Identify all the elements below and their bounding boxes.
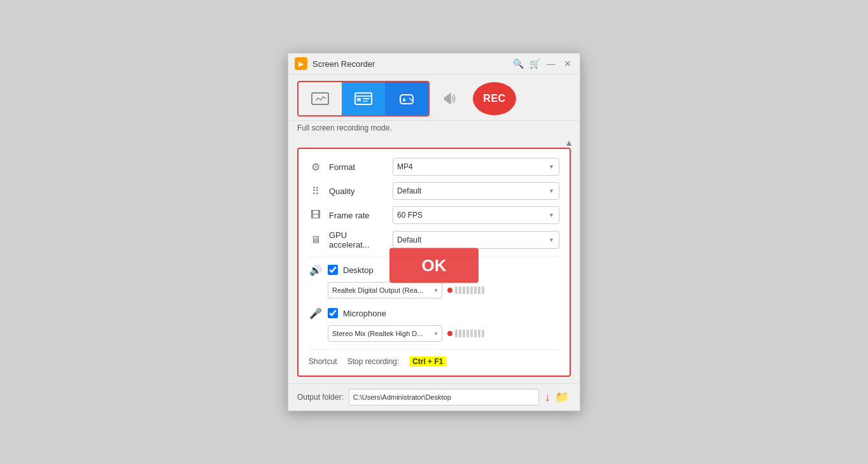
fullscreen-mode-button[interactable]	[342, 82, 385, 115]
format-select[interactable]: MP4 AVI MOV	[393, 158, 559, 176]
output-label: Output folder:	[297, 393, 344, 402]
mic-bar-7	[478, 330, 480, 337]
mode-description: Full screen recording mode.	[288, 121, 580, 137]
svg-rect-4	[363, 98, 370, 99]
mic-bar-2	[459, 330, 461, 337]
cart-icon[interactable]: 🛒	[529, 58, 540, 69]
output-bar: Output folder: ↓ 📁	[288, 383, 580, 411]
window-title: Screen Recorder	[312, 59, 507, 69]
output-arrow-icon: ↓	[545, 391, 550, 404]
vol-bar-7	[478, 286, 480, 294]
vol-bar-1	[455, 286, 458, 294]
mic-bar-5	[470, 330, 473, 337]
gpu-select[interactable]: Default NVIDIA AMD	[393, 231, 559, 249]
desktop-device-select-wrapper: Realtek Digital Output (Rea...	[328, 282, 442, 299]
custom-mode-button[interactable]	[298, 82, 342, 115]
svg-rect-5	[363, 101, 368, 102]
vol-bar-2	[459, 286, 461, 294]
desktop-device-select[interactable]: Realtek Digital Output (Rea...	[328, 282, 442, 299]
close-button[interactable]: ✕	[562, 58, 573, 69]
search-icon[interactable]: 🔍	[512, 58, 524, 69]
mic-bar-6	[474, 330, 477, 337]
microphone-device-select[interactable]: Stereo Mix (Realtek High D...	[328, 325, 442, 342]
desktop-audio-icon: 🔊	[309, 263, 323, 277]
framerate-select[interactable]: 60 FPS 30 FPS 24 FPS	[393, 206, 559, 224]
microphone-checkbox[interactable]	[328, 308, 338, 318]
vol-bar-5	[470, 286, 473, 294]
desktop-vol-bars	[455, 286, 484, 294]
output-path-wrapper: ↓	[349, 389, 539, 405]
shortcut-row: Shortcut Stop recording: Ctrl + F1	[309, 356, 559, 367]
gpu-select-wrapper: Default NVIDIA AMD	[393, 231, 559, 249]
svg-rect-0	[312, 93, 328, 104]
desktop-volume-indicator	[447, 286, 484, 294]
desktop-vol-dot	[447, 288, 452, 293]
app-icon: ▶	[295, 57, 307, 70]
mic-bar-4	[466, 330, 469, 337]
desktop-device-row: Realtek Digital Output (Rea...	[328, 282, 559, 299]
title-bar-controls: 🔍 🛒 — ✕	[512, 58, 573, 69]
vol-bar-4	[466, 286, 469, 294]
format-select-wrapper: MP4 AVI MOV	[393, 158, 559, 176]
scroll-up: ▲	[288, 137, 580, 148]
ok-button[interactable]: OK	[389, 248, 479, 283]
microphone-volume-indicator	[447, 330, 484, 337]
toolbar: REC	[288, 74, 580, 121]
microphone-device-row: Stereo Mix (Realtek High D...	[328, 325, 559, 342]
mic-vol-bars	[455, 330, 484, 337]
quality-label: Quality	[329, 186, 386, 196]
framerate-label: Frame rate	[329, 211, 386, 220]
microphone-device-select-wrapper: Stereo Mix (Realtek High D...	[328, 325, 442, 342]
mode-group	[297, 81, 430, 116]
svg-marker-11	[447, 94, 451, 104]
mic-bar-3	[463, 330, 465, 337]
title-bar: ▶ Screen Recorder 🔍 🛒 — ✕	[288, 53, 580, 74]
desktop-audio-checkbox[interactable]	[328, 265, 338, 275]
shortcut-label: Shortcut	[309, 357, 337, 366]
svg-rect-3	[357, 98, 361, 101]
svg-point-9	[409, 98, 410, 99]
gpu-row: 🖥 GPU accelerat... Default NVIDIA AMD	[309, 230, 559, 250]
output-path-input[interactable]	[349, 389, 539, 405]
main-window: ▶ Screen Recorder 🔍 🛒 — ✕	[288, 53, 580, 411]
svg-point-10	[410, 99, 412, 101]
quality-row: ⠿ Quality Default High Medium Low	[309, 182, 559, 200]
gpu-icon: 🖥	[309, 233, 323, 247]
game-mode-button[interactable]	[385, 82, 428, 115]
framerate-icon: 🎞	[309, 208, 323, 222]
framerate-row: 🎞 Frame rate 60 FPS 30 FPS 24 FPS	[309, 206, 559, 224]
mic-vol-dot	[447, 331, 452, 336]
divider-2	[309, 349, 559, 350]
format-row: ⚙ Format MP4 AVI MOV	[309, 158, 559, 176]
shortcut-action-label: Stop recording:	[347, 357, 399, 366]
microphone-label: Microphone	[343, 309, 559, 318]
svg-rect-12	[444, 97, 447, 101]
format-label: Format	[329, 162, 386, 172]
scroll-up-icon[interactable]: ▲	[564, 137, 573, 148]
mic-bar-8	[482, 330, 484, 337]
microphone-audio-row: 🎤 Microphone	[309, 306, 559, 320]
quality-select-wrapper: Default High Medium Low	[393, 182, 559, 200]
quality-select[interactable]: Default High Medium Low	[393, 182, 559, 200]
volume-button[interactable]	[433, 82, 466, 115]
output-folder-button[interactable]: 📁	[553, 389, 571, 405]
quality-icon: ⠿	[309, 184, 323, 198]
format-icon: ⚙	[309, 160, 323, 174]
settings-container: ⚙ Format MP4 AVI MOV ⠿ Quality Default	[288, 148, 580, 383]
shortcut-key: Ctrl + F1	[409, 356, 446, 367]
vol-bar-8	[482, 286, 484, 294]
microphone-icon: 🎤	[309, 306, 323, 320]
minimize-button[interactable]: —	[545, 58, 557, 69]
framerate-select-wrapper: 60 FPS 30 FPS 24 FPS	[393, 206, 559, 224]
vol-bar-6	[474, 286, 477, 294]
mic-bar-1	[455, 330, 458, 337]
rec-button[interactable]: REC	[473, 82, 516, 115]
gpu-label: GPU accelerat...	[329, 230, 386, 250]
vol-bar-3	[463, 286, 465, 294]
